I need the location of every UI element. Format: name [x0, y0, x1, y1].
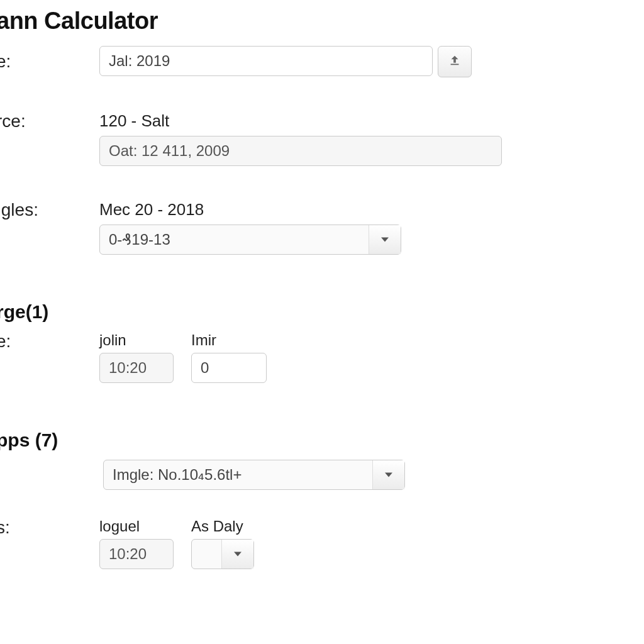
row-name: e: Jal: 2019	[0, 46, 644, 77]
imir-label: Imir	[191, 331, 267, 349]
asdaly-select[interactable]	[191, 539, 254, 569]
chevron-down-icon	[372, 460, 404, 489]
row-pps: Imgle: No.10₄5.6tl+	[0, 460, 644, 490]
jolin-value: 10:20	[109, 359, 147, 377]
loguel-input[interactable]: 10:20	[99, 539, 174, 569]
chevron-down-icon	[369, 225, 401, 254]
source-readonly-text: Oat: 12 411, 2009	[109, 142, 230, 160]
label-name: e:	[0, 52, 99, 72]
loguel-label: loguel	[99, 518, 174, 535]
label-time1: e:	[0, 331, 99, 352]
imir-value: 0	[201, 359, 209, 377]
label-source: rce:	[0, 111, 99, 131]
label-s: s:	[0, 518, 99, 538]
name-input-text: Jal: 2019	[109, 52, 170, 70]
page-title: ann Calculator	[0, 8, 644, 35]
row-time1: e: jolin 10:20 Imir 0	[0, 331, 644, 383]
source-text: 120 - Salt	[99, 111, 626, 131]
pps-select-value: Imgle: No.10₄5.6tl+	[113, 466, 242, 484]
section-pps-heading: pps (7)	[0, 430, 644, 451]
section-rge-heading: rge(1)	[0, 301, 644, 323]
attach-button[interactable]	[438, 46, 472, 77]
label-angles: ıgles:	[0, 200, 99, 220]
name-input[interactable]: Jal: 2019	[99, 46, 433, 76]
asdaly-label: As Daly	[191, 518, 254, 535]
source-readonly: Oat: 12 411, 2009	[99, 136, 502, 166]
angles-text: Mec 20 - 2018	[99, 200, 626, 219]
row-source: rce: 120 - Salt Oat: 12 411, 2009	[0, 111, 644, 166]
imir-input[interactable]: 0	[191, 353, 267, 383]
loguel-value: 10:20	[109, 545, 147, 563]
jolin-label: jolin	[99, 331, 174, 349]
row-s: s: loguel 10:20 As Daly	[0, 518, 644, 569]
pps-select[interactable]: Imgle: No.10₄5.6tl+	[103, 460, 405, 490]
row-angles: ıgles: Mec 20 - 2018 0-₰19-13	[0, 200, 644, 255]
upload-icon	[448, 53, 462, 70]
angles-select[interactable]: 0-₰19-13	[99, 225, 401, 255]
chevron-down-icon	[221, 540, 253, 569]
angles-select-value: 0-₰19-13	[109, 231, 170, 248]
jolin-input[interactable]: 10:20	[99, 353, 174, 383]
